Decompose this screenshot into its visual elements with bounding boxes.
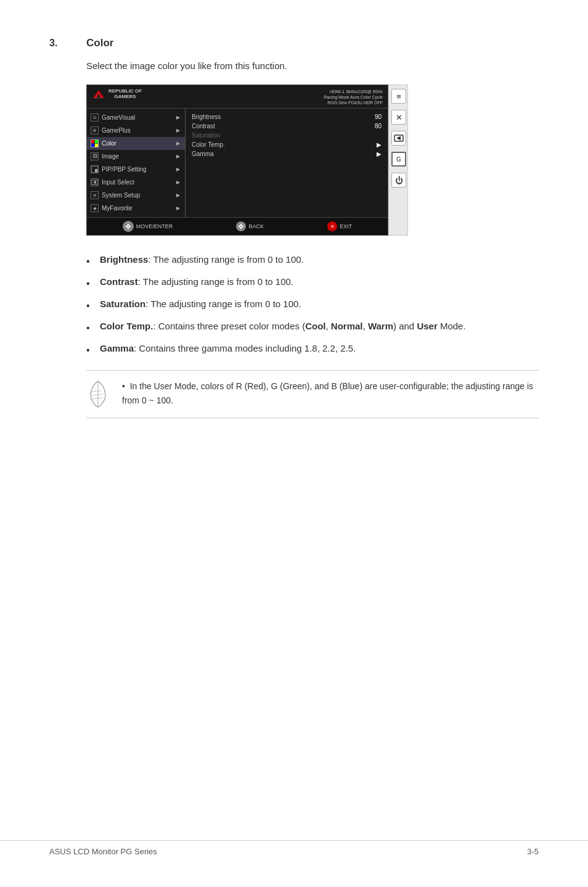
svg-marker-0	[93, 90, 104, 98]
page-footer: ASUS LCD Monitor PG Series 3-5	[0, 840, 588, 862]
osd-menu-color: Color ▶	[87, 137, 185, 150]
side-btn-power[interactable]: ⏻	[391, 173, 406, 188]
section-number: 3.	[49, 38, 68, 49]
osd-header: REPUBLIC OF GAMERS HDMI-1 3840x2160@ 60H…	[87, 85, 388, 109]
svg-rect-4	[91, 144, 94, 147]
osd-side-buttons: ≡ ✕ G ⏻	[388, 85, 408, 236]
exit-icon: ✕	[327, 221, 337, 231]
osd-menu-pip: PIP/PBP Setting ▶	[87, 163, 185, 176]
side-btn-menu[interactable]: ≡	[391, 89, 406, 104]
svg-marker-17	[242, 225, 244, 228]
osd-footer-back: BACK	[236, 221, 264, 231]
note-text: • In the User Mode, colors of R (Red), G…	[122, 379, 539, 407]
system-setup-icon: ✕	[91, 191, 99, 199]
color-icon	[91, 139, 99, 147]
osd-menu-image: 🖼 Image ▶	[87, 150, 185, 163]
osd-menu-system-setup: ✕ System Setup ▶	[87, 189, 185, 202]
osd-contrast-row: Contrast 80	[192, 122, 382, 131]
bullet-colortemp: • Color Temp.: Contains three preset col…	[86, 320, 539, 336]
leaf-feather-icon	[87, 380, 109, 408]
move-enter-icon	[123, 221, 134, 232]
osd-menu-gamevisual: G GameVisual ▶	[87, 111, 185, 124]
osd-gamma-row: Gamma ▶	[192, 149, 382, 159]
svg-rect-3	[95, 140, 98, 143]
footer-right: 3-5	[527, 847, 539, 856]
section-description: Select the image color you like from thi…	[86, 60, 539, 71]
osd-menu-gameplus: ⊕ GamePlus ▶	[87, 124, 185, 137]
osd-colortemp-row: Color Temp. ▶	[192, 140, 382, 149]
note-icon	[86, 379, 110, 409]
osd-menu-left: G GameVisual ▶ ⊕ GamePlus ▶	[87, 109, 186, 217]
osd-footer-move: MOVE/ENTER	[123, 221, 173, 232]
bullet-list: • Brightness: The adjusting range is fro…	[86, 253, 539, 358]
osd-footer: MOVE/ENTER BACK ✕ EXIT	[87, 217, 388, 235]
rog-logo-icon	[92, 89, 105, 99]
osd-status: HDMI-1 3840x2160@ 60Hz Racing Mode Aura …	[324, 89, 383, 105]
footer-left: ASUS LCD Monitor PG Series	[49, 847, 157, 856]
svg-marker-12	[125, 225, 128, 228]
gamevisual-icon: G	[91, 113, 99, 122]
bullet-brightness: • Brightness: The adjusting range is fro…	[86, 253, 539, 269]
svg-marker-19	[396, 136, 401, 141]
side-btn-close[interactable]: ✕	[391, 110, 406, 125]
bullet-gamma: • Gamma: Contains three gamma modes incl…	[86, 342, 539, 358]
osd-saturation-row: Saturation	[192, 131, 382, 140]
osd-screen: REPUBLIC OF GAMERS HDMI-1 3840x2160@ 60H…	[86, 85, 388, 236]
osd-screenshot: REPUBLIC OF GAMERS HDMI-1 3840x2160@ 60H…	[86, 85, 539, 236]
input-select-icon	[91, 178, 99, 186]
osd-body: G GameVisual ▶ ⊕ GamePlus ▶	[87, 109, 388, 217]
osd-logo: REPUBLIC OF GAMERS	[92, 89, 142, 100]
bullet-contrast: • Contrast: The adjusting range is from …	[86, 275, 539, 291]
side-btn-gamevisual[interactable]: G	[391, 152, 406, 167]
note-box: • In the User Mode, colors of R (Red), G…	[86, 370, 539, 418]
pip-icon	[91, 165, 99, 173]
osd-logo-text: REPUBLIC OF GAMERS	[108, 89, 142, 100]
osd-submenu-right: Brightness 90 Contrast 80 Saturation Col…	[186, 109, 388, 217]
osd-menu-myfavorite: ★ MyFavorite ▶	[87, 202, 185, 215]
svg-marker-16	[238, 225, 240, 228]
gameplus-icon: ⊕	[91, 126, 99, 134]
svg-rect-5	[95, 144, 98, 147]
bullet-saturation: • Saturation: The adjusting range is fro…	[86, 297, 539, 313]
myfavorite-icon: ★	[91, 204, 99, 212]
osd-brightness-row: Brightness 90	[192, 112, 382, 122]
back-icon	[236, 221, 246, 231]
svg-rect-7	[95, 169, 97, 172]
side-btn-input[interactable]	[391, 131, 406, 146]
svg-rect-2	[91, 140, 94, 143]
svg-marker-9	[93, 181, 96, 184]
section-title: Color	[86, 37, 113, 49]
osd-footer-exit: ✕ EXIT	[327, 221, 352, 231]
image-icon: 🖼	[91, 152, 99, 160]
svg-marker-13	[129, 225, 131, 228]
osd-menu-input-select: Input Select ▶	[87, 176, 185, 189]
